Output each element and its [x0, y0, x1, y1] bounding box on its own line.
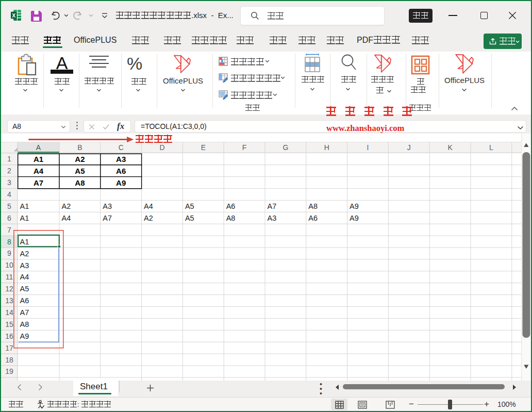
- svg-text:A1: A1: [20, 214, 29, 222]
- svg-text:8: 8: [7, 238, 11, 246]
- svg-text:A9: A9: [350, 202, 359, 210]
- svg-text:A8: A8: [20, 320, 29, 328]
- svg-text:A3: A3: [116, 155, 126, 163]
- svg-text:19: 19: [5, 367, 13, 375]
- svg-text:A3: A3: [103, 202, 112, 210]
- svg-text:A2: A2: [62, 202, 71, 210]
- svg-text:12: 12: [5, 285, 13, 293]
- svg-text:9: 9: [7, 249, 11, 257]
- svg-text:E: E: [201, 143, 206, 152]
- svg-text:14: 14: [5, 308, 13, 317]
- svg-text:A6: A6: [116, 167, 126, 175]
- svg-text:A8: A8: [226, 214, 236, 222]
- svg-text:A8: A8: [75, 178, 85, 187]
- svg-text:A4: A4: [144, 202, 153, 210]
- svg-text:5: 5: [7, 202, 11, 210]
- svg-text:A1: A1: [34, 155, 43, 163]
- svg-text:G: G: [282, 143, 288, 152]
- svg-text:A5: A5: [20, 285, 29, 293]
- svg-text:7: 7: [7, 226, 11, 234]
- svg-text:A3: A3: [20, 261, 29, 270]
- svg-text:K: K: [447, 143, 453, 152]
- svg-text:C: C: [119, 143, 124, 152]
- svg-text:A9: A9: [350, 214, 359, 222]
- svg-text:F: F: [242, 143, 247, 152]
- svg-text:A1: A1: [20, 202, 29, 210]
- svg-text:A4: A4: [62, 214, 71, 222]
- svg-text:A5: A5: [185, 214, 194, 222]
- svg-text:A6: A6: [20, 296, 29, 305]
- svg-text:A1: A1: [20, 238, 29, 246]
- svg-text:15: 15: [5, 320, 13, 328]
- svg-text:3: 3: [7, 178, 11, 187]
- svg-text:A4: A4: [20, 273, 29, 281]
- svg-text:6: 6: [7, 214, 11, 222]
- svg-text:11: 11: [6, 273, 13, 281]
- svg-text:D: D: [159, 143, 164, 152]
- svg-text:A4: A4: [34, 167, 44, 175]
- svg-text:A8: A8: [308, 202, 318, 210]
- svg-text:10: 10: [5, 261, 13, 269]
- svg-text:A7: A7: [34, 178, 43, 187]
- svg-text:B: B: [77, 143, 82, 152]
- svg-text:A9: A9: [20, 332, 29, 340]
- svg-text:H: H: [324, 143, 329, 152]
- svg-text:A2: A2: [20, 250, 29, 258]
- svg-text:13: 13: [5, 296, 13, 305]
- svg-text:17: 17: [5, 344, 13, 352]
- svg-text:A2: A2: [144, 214, 153, 222]
- svg-text:16: 16: [5, 332, 13, 340]
- svg-text:A6: A6: [308, 214, 318, 222]
- svg-text:1: 1: [7, 155, 11, 163]
- svg-text:L: L: [489, 143, 493, 152]
- svg-text:A6: A6: [226, 202, 236, 210]
- svg-text:A7: A7: [20, 308, 29, 317]
- svg-text:A2: A2: [75, 155, 85, 163]
- svg-text:A7: A7: [103, 214, 112, 222]
- svg-text:A9: A9: [116, 178, 126, 187]
- svg-text:A3: A3: [268, 214, 277, 222]
- svg-text:A: A: [36, 143, 41, 152]
- svg-text:4: 4: [7, 190, 11, 199]
- svg-text:I: I: [367, 143, 369, 152]
- svg-text:18: 18: [5, 356, 13, 364]
- svg-text:J: J: [407, 143, 411, 152]
- svg-text:A5: A5: [185, 202, 194, 210]
- svg-text:2: 2: [7, 167, 11, 175]
- svg-text:A7: A7: [268, 202, 277, 210]
- svg-text:A5: A5: [75, 167, 85, 175]
